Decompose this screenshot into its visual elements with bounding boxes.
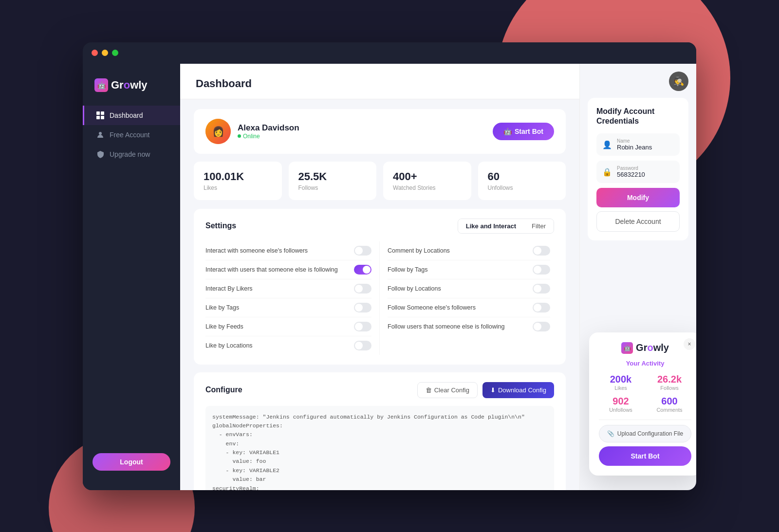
setting-label-r4: Follow users that someone else is follow… bbox=[388, 323, 504, 330]
stat-value-unfollows: 60 bbox=[488, 170, 556, 183]
upload-config-icon: 📎 bbox=[607, 430, 614, 437]
setting-label-r3: Follow Someone else's followers bbox=[388, 304, 476, 311]
stat-value-stories: 400+ bbox=[393, 170, 462, 183]
logo-icon: 🤖 bbox=[94, 78, 108, 92]
setting-label-r2: Follow by Locations bbox=[388, 285, 441, 292]
popup-stat-value-unfollows: 902 bbox=[599, 396, 643, 407]
clear-config-icon: 🗑 bbox=[426, 386, 432, 394]
titlebar bbox=[83, 42, 696, 64]
dashboard-content: 👩 Alexa Davidson Online 🤖 Start Bot bbox=[180, 99, 579, 490]
setting-label-1: Interact with users that someone else is… bbox=[205, 266, 338, 273]
popup-start-bot-button[interactable]: Start Bot bbox=[599, 446, 691, 466]
stat-label-follows: Follows bbox=[298, 184, 367, 191]
logo: 🤖 Growly bbox=[83, 73, 180, 106]
upload-config-label: Upload Configuration File bbox=[617, 430, 683, 437]
download-config-button[interactable]: ⬇ Download Config bbox=[482, 382, 554, 398]
config-line-7: - key: VARIABLE2 bbox=[212, 466, 547, 475]
config-line-1: systemMessage: "Jenkins configured autom… bbox=[212, 413, 547, 422]
start-bot-button[interactable]: 🤖 Start Bot bbox=[493, 123, 554, 140]
popup-stat-follows: 26.2k Follows bbox=[648, 374, 691, 391]
settings-section: Settings Like and Interact Filter Intera… bbox=[194, 209, 566, 365]
download-config-label: Download Config bbox=[498, 386, 546, 394]
panel-avatar: 🕵️ bbox=[669, 72, 688, 91]
avatar-image: 👩 bbox=[205, 119, 231, 144]
popup-stat-value-follows: 26.2k bbox=[648, 374, 691, 385]
tab-filter[interactable]: Filter bbox=[524, 219, 554, 233]
delete-account-button[interactable]: Delete Account bbox=[596, 211, 680, 232]
setting-label-r1: Follow by Tags bbox=[388, 266, 427, 273]
popup-logo: 🤖 Growly bbox=[599, 342, 691, 354]
toggle-4[interactable] bbox=[354, 322, 371, 331]
svg-rect-1 bbox=[101, 111, 104, 115]
setting-row-r1: Follow by Tags bbox=[388, 260, 550, 279]
sidebar-item-dashboard[interactable]: Dashboard bbox=[83, 106, 180, 125]
setting-label-4: Like by Feeds bbox=[205, 323, 243, 330]
toggle-r2[interactable] bbox=[533, 284, 550, 294]
toggle-0[interactable] bbox=[354, 246, 371, 256]
clear-config-button[interactable]: 🗑 Clear Config bbox=[417, 382, 478, 398]
settings-right-col: Comment by Locations Follow by Tags Foll… bbox=[380, 241, 554, 355]
svg-rect-0 bbox=[96, 111, 100, 115]
sidebar-item-upgrade[interactable]: Upgrade now bbox=[83, 145, 180, 164]
setting-label-5: Like by Locations bbox=[205, 342, 253, 349]
sidebar-bottom: Logout bbox=[83, 453, 180, 480]
user-status: Online bbox=[238, 133, 299, 140]
settings-left-col: Interact with someone else's followers I… bbox=[205, 241, 380, 355]
toggle-r3[interactable] bbox=[533, 303, 550, 312]
svg-point-4 bbox=[99, 132, 102, 135]
popup-stat-comments: 600 Comments bbox=[648, 396, 691, 413]
close-dot[interactable] bbox=[92, 50, 98, 56]
password-field-content: Password 56832210 bbox=[617, 165, 645, 178]
window-controls bbox=[92, 50, 118, 56]
minimize-dot[interactable] bbox=[102, 50, 108, 56]
popup-stat-label-likes: Likes bbox=[599, 385, 643, 391]
config-line-9: securityRealm: bbox=[212, 484, 547, 490]
toggle-3[interactable] bbox=[354, 303, 371, 312]
main-layout: 🤖 Growly Dashboard Free Account Upg bbox=[83, 64, 696, 490]
upload-config-button[interactable]: 📎 Upload Configuration File bbox=[599, 425, 691, 442]
popup-activity-title: Your Activity bbox=[599, 360, 691, 367]
stat-label-unfollows: Unfollows bbox=[488, 184, 556, 191]
modify-button[interactable]: Modify bbox=[596, 188, 680, 207]
popup-logo-icon: 🤖 bbox=[621, 342, 633, 354]
setting-row-r4: Follow users that someone else is follow… bbox=[388, 317, 550, 336]
config-line-4: env: bbox=[212, 440, 547, 448]
stat-card-likes: 100.01K Likes bbox=[194, 162, 282, 200]
activity-popup: × 🤖 Growly Your Activity 200k Likes 26.2… bbox=[589, 332, 696, 476]
toggle-5[interactable] bbox=[354, 341, 371, 350]
toggle-r0[interactable] bbox=[533, 246, 550, 256]
start-bot-icon: 🤖 bbox=[503, 128, 512, 135]
popup-divider bbox=[599, 420, 691, 420]
settings-header: Settings Like and Interact Filter bbox=[205, 219, 554, 234]
toggle-r1[interactable] bbox=[533, 265, 550, 275]
settings-title: Settings bbox=[205, 221, 236, 230]
popup-stat-likes: 200k Likes bbox=[599, 374, 643, 391]
sidebar-item-free-account[interactable]: Free Account bbox=[83, 125, 180, 145]
dashboard-area: Dashboard 👩 Alexa Davidson Online bbox=[180, 64, 579, 490]
setting-row-3: Like by Tags bbox=[205, 298, 371, 317]
setting-label-r0: Comment by Locations bbox=[388, 247, 450, 254]
config-actions: 🗑 Clear Config ⬇ Download Config bbox=[417, 382, 554, 398]
toggle-r4[interactable] bbox=[533, 322, 550, 331]
toggle-2[interactable] bbox=[354, 284, 371, 294]
setting-row-1: Interact with users that someone else is… bbox=[205, 260, 371, 279]
sidebar-item-upgrade-label: Upgrade now bbox=[110, 150, 150, 158]
toggle-1[interactable] bbox=[354, 265, 371, 275]
svg-rect-3 bbox=[101, 116, 104, 119]
status-text: Online bbox=[243, 133, 260, 140]
maximize-dot[interactable] bbox=[112, 50, 118, 56]
logout-button[interactable]: Logout bbox=[93, 453, 170, 471]
user-icon bbox=[96, 130, 105, 139]
tab-like-interact[interactable]: Like and Interact bbox=[458, 219, 524, 233]
name-field-content: Name Robin Jeans bbox=[617, 138, 652, 151]
stat-value-follows: 25.5K bbox=[298, 170, 367, 183]
setting-label-3: Like by Tags bbox=[205, 304, 239, 311]
dashboard-icon bbox=[96, 111, 105, 120]
config-line-2: globalNodeProperties: bbox=[212, 422, 547, 430]
configure-title: Configure bbox=[205, 385, 242, 394]
setting-row-r3: Follow Someone else's followers bbox=[388, 298, 550, 317]
config-line-8: value: bar bbox=[212, 475, 547, 484]
user-card: 👩 Alexa Davidson Online 🤖 Start Bot bbox=[194, 109, 566, 154]
popup-close-button[interactable]: × bbox=[684, 338, 695, 350]
dashboard-title: Dashboard bbox=[196, 77, 252, 90]
